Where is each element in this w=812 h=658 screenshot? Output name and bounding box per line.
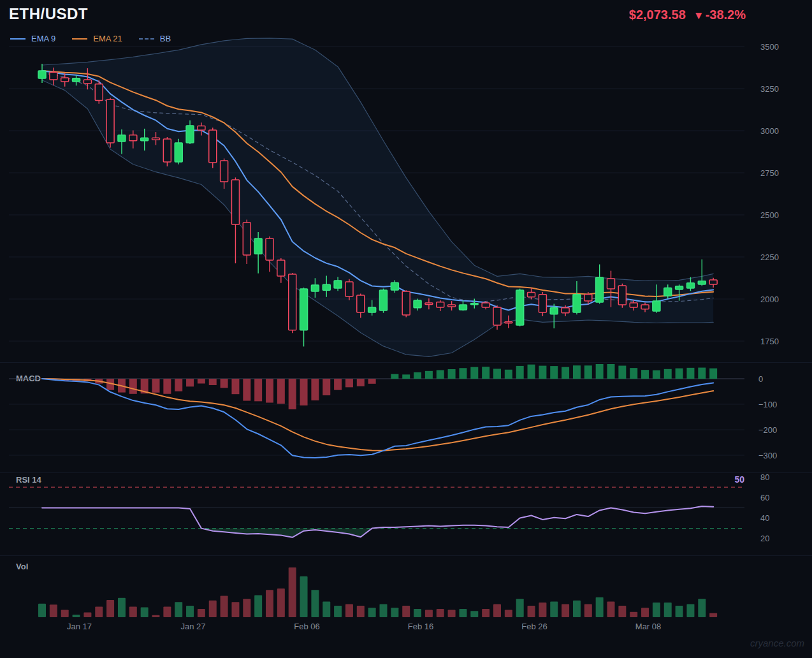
svg-text:Jan 17: Jan 17	[67, 622, 92, 631]
svg-text:1750: 1750	[760, 337, 779, 346]
svg-text:2750: 2750	[760, 168, 779, 178]
price-change: -38.2%	[706, 8, 746, 22]
svg-text:2250: 2250	[760, 252, 779, 262]
svg-text:−300: −300	[758, 451, 777, 460]
price-chart-canvas[interactable]: 35003250300027502500225020001750	[0, 26, 812, 362]
page-title: ETH/USDT	[9, 5, 88, 23]
svg-text:−200: −200	[758, 425, 777, 435]
current-price: $2,073.58	[629, 8, 686, 22]
svg-text:Feb 26: Feb 26	[521, 622, 547, 631]
svg-text:60: 60	[760, 493, 769, 502]
svg-text:Mar 08: Mar 08	[635, 622, 661, 631]
svg-text:2000: 2000	[760, 295, 779, 304]
svg-text:−100: −100	[758, 400, 777, 409]
watermark: cryance.com	[750, 638, 804, 648]
svg-text:3000: 3000	[760, 126, 779, 136]
svg-text:20: 20	[760, 534, 769, 543]
svg-text:Jan 27: Jan 27	[181, 622, 206, 631]
svg-text:Feb 16: Feb 16	[408, 622, 433, 631]
svg-text:80: 80	[760, 472, 769, 482]
svg-text:3500: 3500	[760, 42, 779, 52]
volume-chart-canvas[interactable]: Jan 17Jan 27Feb 06Feb 16Feb 26Mar 08	[0, 556, 812, 636]
macd-chart-canvas[interactable]: 0−100−200−300	[0, 363, 812, 472]
down-triangle-icon: ▼	[693, 10, 704, 22]
svg-text:0: 0	[758, 374, 763, 384]
rsi-chart-canvas[interactable]: 80604020	[0, 472, 812, 555]
svg-text:2500: 2500	[760, 210, 779, 220]
ticker-price: $2,073.58▼-38.2%	[629, 8, 746, 22]
svg-text:Feb 06: Feb 06	[294, 622, 319, 631]
svg-text:3250: 3250	[760, 84, 779, 94]
svg-text:40: 40	[760, 513, 769, 523]
